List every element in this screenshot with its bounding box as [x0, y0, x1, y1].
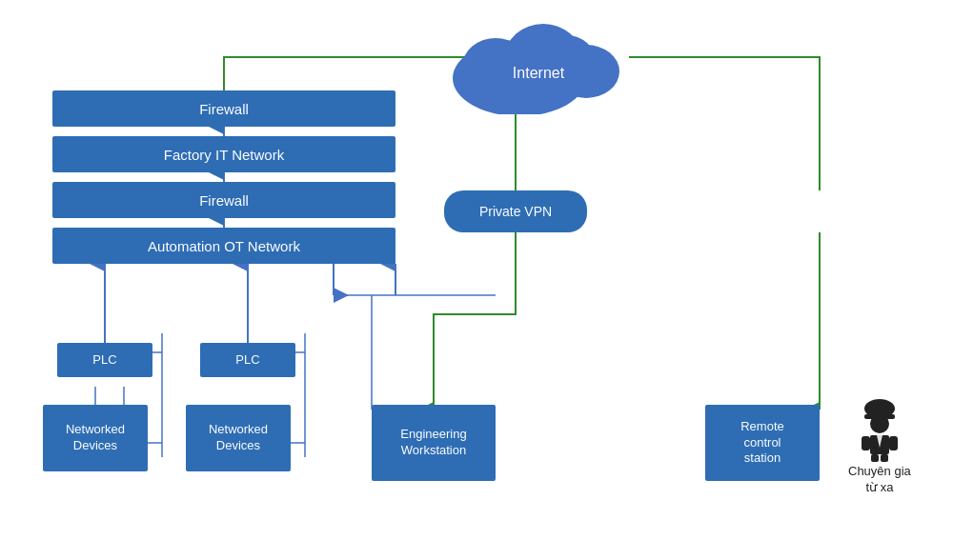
remote-expert-label: Chuyên gia từ xa — [848, 464, 911, 496]
svg-point-32 — [870, 414, 889, 433]
svg-rect-37 — [881, 454, 888, 462]
automation-ot-box: Automation OT Network — [52, 228, 395, 264]
diagram-container: Internet Private VPN Firewall Factory IT… — [0, 0, 953, 560]
svg-rect-34 — [862, 436, 870, 450]
networked-devices2-label: Networked Devices — [209, 422, 268, 454]
private-vpn-box: Private VPN — [444, 190, 587, 232]
factory-it-label: Factory IT Network — [164, 147, 284, 163]
factory-it-box: Factory IT Network — [52, 136, 395, 172]
remote-control-station-box: Remote control station — [705, 405, 820, 481]
plc2-label: PLC — [235, 352, 259, 369]
plc1-box: PLC — [57, 343, 152, 377]
networked-devices1-box: Networked Devices — [43, 405, 148, 471]
remote-station-label: Remote control station — [740, 419, 784, 468]
person-icon — [855, 395, 904, 462]
engineering-workstation-box: Engineering Workstation — [372, 405, 496, 481]
private-vpn-label: Private VPN — [479, 204, 552, 219]
plc2-box: PLC — [200, 343, 295, 377]
firewall1-box: Firewall — [52, 90, 395, 127]
firewall2-label: Firewall — [199, 192, 249, 209]
networked-devices2-box: Networked Devices — [186, 405, 291, 471]
svg-rect-35 — [889, 436, 898, 450]
svg-rect-36 — [871, 454, 879, 462]
svg-text:Internet: Internet — [513, 65, 565, 81]
plc1-label: PLC — [92, 352, 116, 369]
internet-cloud: Internet — [438, 10, 639, 114]
automation-ot-label: Automation OT Network — [148, 238, 300, 254]
networked-devices1-label: Networked Devices — [66, 422, 125, 454]
firewall2-box: Firewall — [52, 182, 395, 218]
engineering-workstation-label: Engineering Workstation — [400, 427, 466, 459]
firewall1-label: Firewall — [199, 101, 249, 117]
remote-expert-figure: Chuyên gia từ xa — [848, 395, 911, 496]
